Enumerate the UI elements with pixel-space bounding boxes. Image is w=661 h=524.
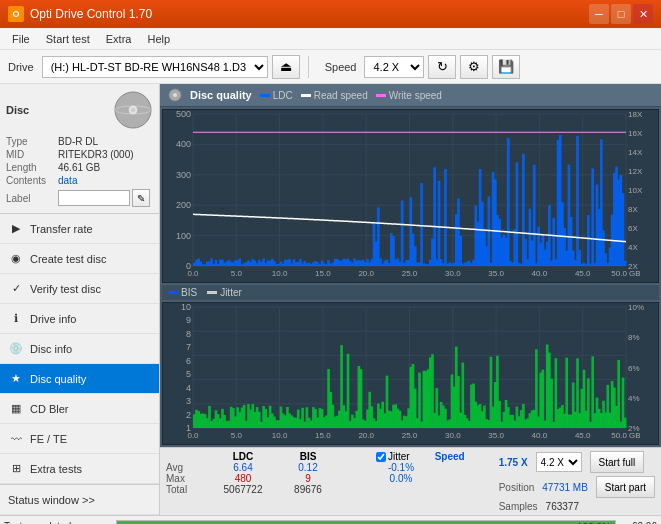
avg-bis: 0.12 [288,462,328,473]
sidebar-item-disc-info[interactable]: 💿 Disc info [0,334,159,364]
speed-label: Speed [325,61,357,73]
jitter-label: Jitter [220,287,242,298]
length-label: Length [6,162,58,173]
write-speed-color [376,94,386,97]
titlebar-controls[interactable]: ─ □ ✕ [589,4,653,24]
sidebar-item-cd-bler[interactable]: ▦ CD Bler [0,394,159,424]
toolbar-separator [308,56,309,78]
label-label: Label [6,193,58,204]
label-edit-button[interactable]: ✎ [132,189,150,207]
legend-read-speed: Read speed [301,90,368,101]
menu-help[interactable]: Help [139,31,178,47]
sidebar-item-drive-info[interactable]: ℹ Drive info [0,304,159,334]
jitter-check-group: Jitter [376,451,410,462]
start-part-button[interactable]: Start part [596,476,655,498]
label-input[interactable] [58,190,130,206]
extra-tests-icon: ⊞ [8,461,24,477]
menu-extra[interactable]: Extra [98,31,140,47]
chart-title: Disc quality [190,89,252,101]
drive-info-icon: ℹ [8,311,24,327]
stats-header-row: LDC BIS Jitter Speed [166,451,470,462]
type-label: Type [6,136,58,147]
avg-label: Avg [166,462,198,473]
avg-ldc: 6.64 [218,462,268,473]
sidebar-item-transfer-rate[interactable]: ▶ Transfer rate [0,214,159,244]
settings-button[interactable]: ⚙ [460,55,488,79]
bis-label: BIS [181,287,197,298]
sidebar-item-disc-quality[interactable]: ★ Disc quality [0,364,159,394]
maximize-button[interactable]: □ [611,4,631,24]
stats-spacer2 [348,451,356,462]
svg-point-2 [131,108,135,112]
close-button[interactable]: ✕ [633,4,653,24]
toolbar: Drive (H:) HL-DT-ST BD-RE WH16NS48 1.D3 … [0,50,661,84]
titlebar-left: O Opti Drive Control 1.70 [8,6,152,22]
samples-label: Samples [499,501,538,512]
stats-row-1: LDC BIS Jitter Speed Avg 6.64 0.12 [166,451,655,512]
total-label: Total [166,484,198,495]
avg-row: Avg 6.64 0.12 -0.1% [166,462,470,473]
create-test-disc-icon: ◉ [8,251,24,267]
menubar: File Start test Extra Help [0,28,661,50]
speed-row: 1.75 X 4.2 X Start full [499,451,655,473]
spacer4 [348,473,356,484]
sidebar-item-fe-te[interactable]: 〰 FE / TE [0,424,159,454]
sidebar-item-extra-tests[interactable]: ⊞ Extra tests [0,454,159,484]
spacer3 [348,462,356,473]
max-row: Max 480 9 0.0% [166,473,470,484]
titlebar-title: Opti Drive Control 1.70 [30,7,152,21]
legend-write-speed-label: Write speed [389,90,442,101]
sidebar-item-verify-test-disc[interactable]: ✓ Verify test disc [0,274,159,304]
ldc-header: LDC [218,451,268,462]
disc-type-row: Type BD-R DL [6,136,153,147]
nav-label-create-test-disc: Create test disc [30,253,106,265]
max-ldc: 480 [218,473,268,484]
speed-dropdown[interactable]: 4.2 X [536,452,582,472]
avg-jitter: -0.1% [376,462,426,473]
jitter-legend: Jitter [207,287,242,298]
start-full-button[interactable]: Start full [590,451,645,473]
speed-header: Speed [430,451,470,462]
menu-start-test[interactable]: Start test [38,31,98,47]
jitter-checkbox[interactable] [376,452,386,462]
legend-read-speed-label: Read speed [314,90,368,101]
jitter-color [207,291,217,294]
mid-label: MID [6,149,58,160]
chart-header: Disc quality LDC Read speed Write speed [160,84,661,107]
right-stats: 1.75 X 4.2 X Start full Position 47731 M… [499,451,655,512]
menu-file[interactable]: File [4,31,38,47]
disc-title: Disc [6,104,29,116]
speed-value: 1.75 X [499,457,528,468]
contents-label: Contents [6,175,58,186]
max-jitter: 0.0% [376,473,426,484]
length-value: 46.61 GB [58,162,100,173]
sidebar-item-status-window[interactable]: Status window >> [0,485,159,515]
bis-legend: BIS [168,287,197,298]
nav-label-fe-te: FE / TE [30,433,67,445]
nav-label-drive-info: Drive info [30,313,76,325]
app-icon: O [8,6,24,22]
type-value: BD-R DL [58,136,98,147]
disc-label-row: Label ✎ [6,189,153,207]
bis-jitter-chart [162,302,659,445]
drive-select[interactable]: (H:) HL-DT-ST BD-RE WH16NS48 1.D3 [42,56,268,78]
content-area: Disc Type BD-R DL MID RITEKDR3 (000) Len… [0,84,661,515]
stats-table: LDC BIS Jitter Speed Avg 6.64 0.12 [166,451,470,495]
disc-quality-header-icon [168,88,182,102]
sidebar-item-create-test-disc[interactable]: ◉ Create test disc [0,244,159,274]
save-button[interactable]: 💾 [492,55,520,79]
eject-button[interactable]: ⏏ [272,55,300,79]
nav-label-extra-tests: Extra tests [30,463,82,475]
position-row: Position 47731 MB Start part [499,476,655,498]
progress-container: 100.0% [116,520,616,525]
minimize-button[interactable]: ─ [589,4,609,24]
svg-point-5 [173,93,177,97]
refresh-button[interactable]: ↻ [428,55,456,79]
speed-select[interactable]: 4.2 X [364,56,424,78]
fe-te-icon: 〰 [8,431,24,447]
total-bis: 89676 [288,484,328,495]
contents-value: data [58,175,77,186]
total-ldc: 5067722 [218,484,268,495]
disc-length-row: Length 46.61 GB [6,162,153,173]
max-bis: 9 [288,473,328,484]
